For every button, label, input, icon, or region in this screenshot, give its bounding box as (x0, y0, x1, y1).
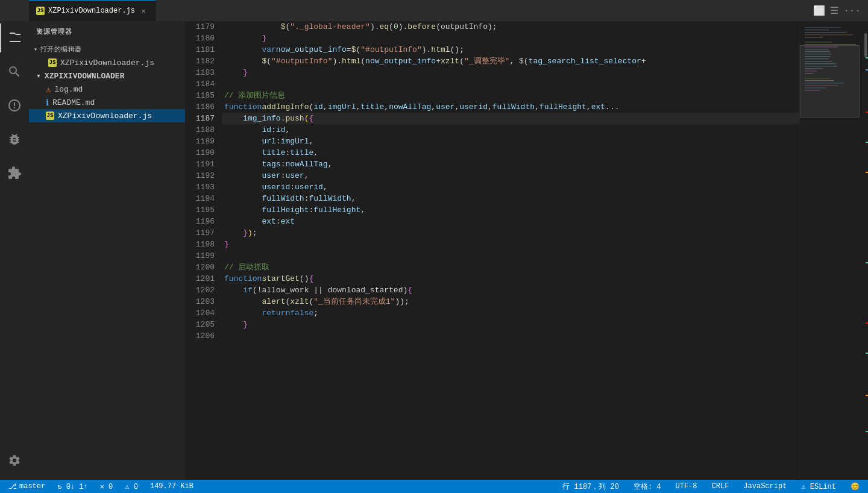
svg-rect-8 (805, 49, 829, 50)
status-position-label: 行 1187，列 20 (562, 482, 619, 492)
activity-settings[interactable] (0, 446, 29, 475)
minimap[interactable] (799, 21, 860, 480)
svg-rect-13 (805, 61, 832, 62)
line-num-1195: 1195 (186, 204, 215, 216)
tab-xzpixivdownloader[interactable]: JS XZPixivDownloader.js ✕ (29, 0, 156, 21)
status-eslint[interactable]: ⚠ ESLint (797, 480, 840, 493)
svg-rect-22 (805, 85, 838, 86)
line-num-1194: 1194 (186, 193, 215, 204)
code-line-1184 (222, 78, 799, 90)
status-bar: ⎇ master ↻ 0↓ 1↑ ✕ 0 ⚠ 0 149.77 KiB 行 11… (0, 480, 868, 493)
scrollbar-marker-8 (866, 353, 868, 354)
file-readme-name: README.md (52, 98, 95, 107)
line-num-1197: 1197 (186, 227, 215, 239)
tab-label: XZPixivDownloader.js (48, 7, 135, 15)
more-actions-icon[interactable]: ··· (843, 5, 861, 16)
split-editor-icon[interactable]: ⬜ (813, 5, 825, 17)
log-icon: ⚠ (46, 84, 51, 95)
svg-rect-14 (805, 63, 836, 64)
status-position[interactable]: 行 1187，列 20 (559, 480, 623, 493)
status-branch[interactable]: ⎇ master (5, 480, 49, 493)
status-errors[interactable]: ✕ 0 (96, 480, 117, 493)
git-branch-icon: ⎇ (8, 482, 17, 491)
code-line-1197: }); (222, 227, 799, 239)
code-line-1193: userid: userid, (222, 181, 799, 193)
svg-rect-19 (805, 78, 830, 79)
line-num-1182: 1182 (186, 55, 215, 67)
scrollbar-marker-5 (866, 172, 868, 173)
line-num-1203: 1203 (186, 296, 215, 307)
line-num-1191: 1191 (186, 159, 215, 170)
svg-rect-12 (805, 58, 829, 60)
status-left: ⎇ master ↻ 0↓ 1↑ ✕ 0 ⚠ 0 149.77 KiB (5, 480, 197, 493)
line-num-1199: 1199 (186, 250, 215, 262)
code-line-1194: fullWidth: fullWidth, (222, 193, 799, 204)
scrollbar-marker-1 (866, 57, 868, 58)
status-language[interactable]: JavaScript (740, 480, 790, 493)
open-editor-xzpixivdownloader[interactable]: JS XZPixivDownloader.js (29, 56, 185, 69)
activity-debug[interactable] (0, 125, 29, 154)
activity-git[interactable] (0, 91, 29, 120)
scrollbar-marker-6 (866, 262, 868, 263)
activity-explorer[interactable] (0, 24, 29, 52)
svg-rect-23 (805, 87, 826, 89)
scrollbar-marker-4 (866, 142, 868, 143)
code-line-1206 (222, 330, 799, 342)
status-spaces[interactable]: 空格: 4 (630, 480, 665, 493)
code-line-1203: alert(xzlt("_当前任务尚未完成1")); (222, 296, 799, 307)
readme-icon: ℹ (46, 98, 49, 108)
code-line-1196: ext: ext (222, 216, 799, 227)
svg-rect-1 (805, 30, 829, 31)
status-warnings-label: ⚠ 0 (125, 482, 138, 491)
scrollbar-marker-10 (866, 431, 868, 432)
status-right: 行 1187，列 20 空格: 4 UTF-8 CRLF JavaScript … (559, 480, 863, 493)
svg-rect-16 (805, 68, 823, 69)
open-editor-js-icon: JS (48, 58, 57, 67)
file-log-md[interactable]: ⚠ log.md (29, 83, 185, 96)
activity-extensions[interactable] (0, 159, 29, 187)
code-line-1198: } (222, 239, 799, 250)
activity-search[interactable] (0, 57, 29, 86)
line-num-1200: 1200 (186, 262, 215, 273)
layout-icon[interactable]: ☰ (830, 5, 838, 17)
status-lineending[interactable]: CRLF (708, 480, 733, 493)
line-num-1206: 1206 (186, 330, 215, 342)
sidebar-title: 资源管理器 (29, 21, 185, 42)
svg-rect-3 (805, 34, 853, 36)
status-encoding[interactable]: UTF-8 (672, 480, 701, 493)
svg-rect-5 (805, 42, 832, 43)
title-bar-actions: ⬜ ☰ ··· (813, 5, 868, 17)
scrollbar-thumb[interactable] (864, 33, 867, 57)
file-xzpixivdownloader-name: XZPixivDownloader.js (58, 111, 152, 121)
tab-bar: JS XZPixivDownloader.js ✕ (29, 0, 813, 21)
file-xzpixivdownloader-js[interactable]: JS XZPixivDownloader.js (29, 109, 185, 122)
status-filesize[interactable]: 149.77 KiB (146, 480, 197, 493)
file-readme-md[interactable]: ℹ README.md (29, 96, 185, 109)
code-lines[interactable]: $("._global-header").eq(0).before(output… (222, 21, 799, 480)
status-emoji-label: 😊 (851, 482, 860, 491)
code-line-1191: tags: nowAllTag, (222, 159, 799, 170)
folder-arrow: ▾ (36, 71, 41, 81)
open-editors-section[interactable]: ▾ 打开的编辑器 (29, 42, 185, 56)
code-line-1181: var now_output_info = $("#outputInfo").h… (222, 44, 799, 55)
debug-icon (7, 132, 22, 146)
svg-rect-18 (805, 73, 814, 74)
svg-rect-10 (805, 54, 831, 55)
svg-rect-7 (805, 46, 838, 48)
project-folder[interactable]: ▾ XZPIXIVDOWNLOADER (29, 69, 185, 83)
extensions-icon (7, 166, 22, 180)
tab-close-button[interactable]: ✕ (139, 6, 148, 16)
status-sync[interactable]: ↻ 0↓ 1↑ (54, 480, 91, 493)
svg-rect-2 (805, 32, 847, 33)
code-line-1186: function addImgInfo(id, imgUrl, title, n… (222, 101, 799, 113)
svg-rect-11 (805, 56, 831, 57)
scrollbar-track[interactable] (860, 21, 868, 480)
status-emoji[interactable]: 😊 (847, 480, 863, 493)
editor-area: 1179 1180 1181 1182 1183 1184 1185 1186 … (186, 21, 868, 480)
svg-rect-4 (805, 37, 823, 38)
status-lineending-label: CRLF (712, 482, 729, 491)
line-num-1188: 1188 (186, 124, 215, 136)
status-warnings[interactable]: ⚠ 0 (121, 480, 142, 493)
activity-bar (0, 21, 29, 480)
code-line-1180: } (222, 33, 799, 44)
